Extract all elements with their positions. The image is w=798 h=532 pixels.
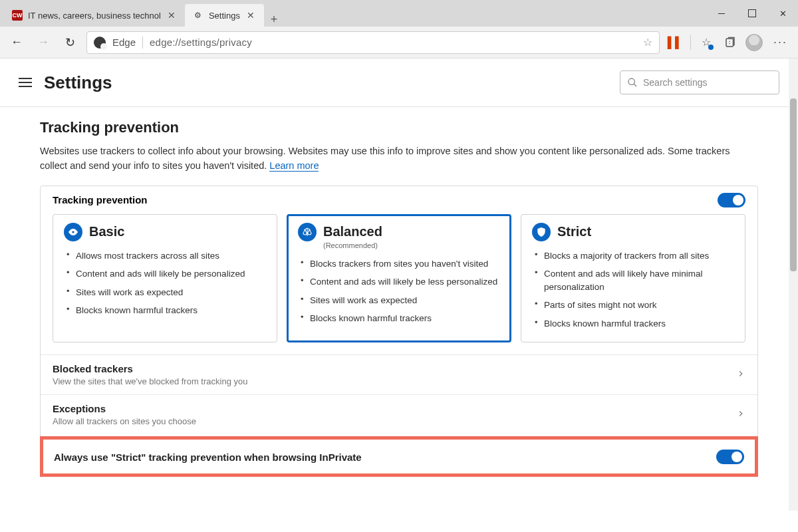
address-bar[interactable]: Edge edge://settings/privacy ☆ — [86, 31, 660, 54]
level-strict[interactable]: Strict Blocks a majority of trackers fro… — [521, 214, 745, 343]
bullet: Blocks known harmful trackers — [66, 301, 266, 320]
svg-point-1 — [628, 78, 634, 84]
search-placeholder: Search settings — [643, 77, 708, 88]
tab-strip: CW IT news, careers, business technol ✕ … — [0, 0, 706, 27]
bullet: Blocks known harmful trackers — [535, 315, 734, 333]
forward-button[interactable]: → — [33, 33, 53, 53]
level-title: Balanced — [323, 224, 382, 239]
learn-more-link[interactable]: Learn more — [269, 160, 319, 172]
level-title: Basic — [89, 224, 124, 239]
bullet: Parts of sites might not work — [535, 296, 734, 315]
exceptions-row[interactable]: Exceptions Allow all trackers on sites y… — [41, 394, 757, 434]
browser-label: Edge — [112, 37, 136, 48]
shield-icon — [532, 223, 551, 241]
favorites-icon[interactable]: ☆ — [698, 34, 715, 51]
bullet: Content and ads will likely be personali… — [66, 265, 266, 283]
level-bullets: Allows most trackers across all sites Co… — [64, 247, 266, 320]
svg-rect-0 — [726, 39, 733, 47]
scale-icon — [298, 223, 317, 241]
bullet: Blocks a majority of trackers from all s… — [535, 247, 734, 265]
search-icon — [627, 77, 638, 88]
separator — [690, 35, 691, 50]
level-bullets: Blocks a majority of trackers from all s… — [532, 247, 734, 333]
tab-settings[interactable]: ⚙ Settings ✕ — [185, 4, 264, 27]
settings-content: Tracking prevention Websites use tracker… — [0, 107, 798, 530]
card-header-label: Tracking prevention — [53, 194, 148, 205]
card-header: Tracking prevention — [41, 186, 757, 214]
level-bullets: Blocks trackers from sites you haven't v… — [298, 255, 500, 328]
close-icon[interactable]: ✕ — [245, 10, 256, 21]
bullet: Blocks known harmful trackers — [301, 309, 500, 328]
svg-point-2 — [72, 231, 74, 233]
window-maximize-button[interactable] — [737, 0, 767, 27]
strict-inprivate-toggle[interactable] — [716, 450, 744, 464]
section-title: Tracking prevention — [40, 119, 758, 136]
tracking-prevention-card: Tracking prevention Basic Allows most tr… — [40, 186, 758, 477]
window-titlebar: CW IT news, careers, business technol ✕ … — [0, 0, 798, 27]
row-title: Always use "Strict" tracking prevention … — [54, 452, 362, 463]
chevron-right-icon — [736, 369, 745, 381]
new-tab-button[interactable]: + — [264, 13, 284, 27]
scrollbar[interactable] — [789, 59, 798, 511]
collections-icon[interactable] — [722, 34, 739, 51]
close-icon[interactable]: ✕ — [166, 10, 177, 21]
gear-icon: ⚙ — [193, 10, 203, 21]
bullet: Content and ads will likely be less pers… — [301, 273, 500, 291]
tab-title: Settings — [209, 11, 240, 21]
bullet: Sites will work as expected — [66, 283, 266, 302]
back-button[interactable]: ← — [7, 33, 27, 53]
strict-inprivate-row[interactable]: Always use "Strict" tracking prevention … — [42, 438, 756, 475]
page-title: Settings — [44, 72, 112, 93]
row-title: Exceptions — [53, 403, 196, 414]
row-title: Blocked trackers — [53, 363, 247, 374]
profile-avatar[interactable] — [745, 34, 763, 51]
settings-header: Settings Search settings — [0, 59, 798, 107]
row-sub: View the sites that we've blocked from t… — [53, 376, 247, 386]
bullet: Sites will work as expected — [301, 291, 500, 310]
separator — [142, 37, 143, 49]
tracking-levels: Basic Allows most trackers across all si… — [41, 214, 757, 355]
more-menu-button[interactable]: ··· — [769, 35, 791, 49]
level-basic[interactable]: Basic Allows most trackers across all si… — [53, 214, 277, 343]
tracking-toggle[interactable] — [718, 193, 745, 207]
section-desc-text: Websites use trackers to collect info ab… — [40, 146, 730, 171]
chevron-right-icon — [736, 409, 745, 421]
browser-toolbar: ← → ↻ Edge edge://settings/privacy ☆ ▌▌ … — [0, 27, 798, 59]
search-settings-input[interactable]: Search settings — [620, 70, 779, 94]
reload-button[interactable]: ↻ — [60, 33, 80, 53]
tab-it-news[interactable]: CW IT news, careers, business technol ✕ — [4, 4, 185, 27]
bullet: Content and ads will likely have minimal… — [535, 265, 734, 296]
level-title: Strict — [557, 224, 591, 239]
menu-button[interactable] — [19, 78, 32, 87]
level-subtitle: (Recommended) — [323, 241, 500, 249]
tab-title: IT news, careers, business technol — [28, 11, 161, 21]
window-minimize-button[interactable] — [706, 0, 737, 27]
bullet: Blocks trackers from sites you haven't v… — [301, 255, 500, 273]
scrollbar-thumb[interactable] — [790, 98, 797, 271]
section-description: Websites use trackers to collect info ab… — [40, 144, 738, 174]
window-controls — [706, 0, 798, 27]
url-text: edge://settings/privacy — [150, 37, 636, 48]
window-close-button[interactable] — [767, 0, 798, 27]
row-sub: Allow all trackers on sites you choose — [53, 416, 196, 426]
edge-icon — [94, 37, 106, 49]
office-icon[interactable]: ▌▌ — [666, 34, 684, 51]
favicon-cw: CW — [12, 10, 23, 21]
star-icon[interactable]: ☆ — [643, 36, 652, 49]
level-balanced[interactable]: Balanced (Recommended) Blocks trackers f… — [287, 214, 511, 343]
bullet: Allows most trackers across all sites — [66, 247, 266, 265]
eye-icon — [64, 223, 82, 241]
blocked-trackers-row[interactable]: Blocked trackers View the sites that we'… — [41, 354, 757, 394]
